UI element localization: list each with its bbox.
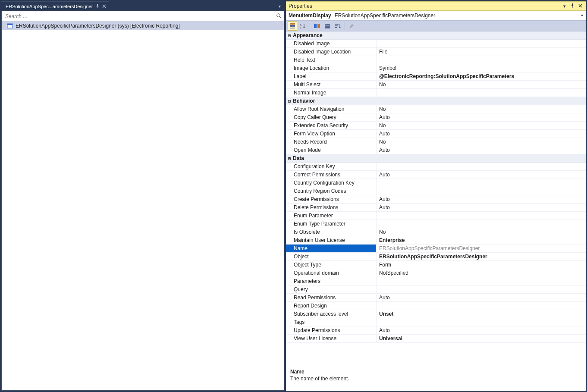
window-dropdown-icon[interactable]: ▾ <box>562 3 568 9</box>
document-tab[interactable]: ERSolutionAppSpec...arametersDesigner <box>1 1 109 11</box>
property-row[interactable]: Enum Type Parameter <box>286 220 586 228</box>
property-row[interactable]: Report Design <box>286 302 586 310</box>
property-name: Object Type <box>286 261 377 269</box>
property-row[interactable]: Multi SelectNo <box>286 81 586 89</box>
property-row[interactable]: Update PermissionsAuto <box>286 326 586 335</box>
property-value[interactable]: No <box>377 81 586 88</box>
wrench-icon[interactable] <box>347 21 357 31</box>
property-row[interactable]: Country Configuration Key <box>286 179 586 187</box>
property-row[interactable]: ObjectERSolutionAppSpecificParametersDes… <box>286 253 586 261</box>
property-row[interactable]: Copy Caller QueryAuto <box>286 113 586 122</box>
property-value[interactable] <box>377 220 586 228</box>
property-name: Disabled Image Location <box>286 48 377 56</box>
property-value[interactable] <box>377 302 586 310</box>
property-value[interactable] <box>377 318 586 326</box>
property-value[interactable] <box>377 179 586 187</box>
property-value[interactable]: No <box>377 138 586 146</box>
property-row[interactable]: Correct PermissionsAuto <box>286 171 586 179</box>
property-value[interactable]: Auto <box>377 130 586 138</box>
property-row[interactable]: Operational domainNotSpecified <box>286 269 586 277</box>
property-value[interactable]: ERSolutionAppSpecificParametersDesigner <box>377 253 586 260</box>
property-value[interactable]: File <box>377 48 586 56</box>
property-row[interactable]: Enum Parameter <box>286 212 586 220</box>
close-icon[interactable] <box>102 4 106 9</box>
property-value[interactable]: No <box>377 105 586 113</box>
property-category[interactable]: ⊟Behavior <box>286 97 586 105</box>
property-value[interactable]: ERSolutionAppSpecificParametersDesigner <box>377 245 586 252</box>
property-row[interactable]: Country Region Codes <box>286 187 586 195</box>
property-row[interactable]: Normal Image <box>286 89 586 97</box>
property-row[interactable]: Image LocationSymbol <box>286 64 586 72</box>
property-value[interactable]: Symbol <box>377 64 586 72</box>
property-value[interactable]: Enterprise <box>377 236 586 244</box>
property-row[interactable]: Disabled Image <box>286 40 586 48</box>
property-value[interactable]: Auto <box>377 204 586 211</box>
property-value[interactable]: Form <box>377 261 586 269</box>
pin-icon[interactable] <box>95 4 100 9</box>
property-value[interactable]: Unset <box>377 310 586 318</box>
collapse-icon[interactable]: ⊟ <box>286 99 293 103</box>
search-icon[interactable] <box>273 13 284 20</box>
property-row[interactable]: Tags <box>286 318 586 326</box>
property-row[interactable]: Help Text <box>286 56 586 64</box>
form-tree[interactable]: ERSolutionAppSpecificParametersDesigner … <box>2 22 284 390</box>
property-row[interactable]: Parameters <box>286 277 586 285</box>
events-button[interactable] <box>323 21 332 31</box>
property-row[interactable]: Needs RecordNo <box>286 138 586 146</box>
property-value[interactable] <box>377 187 586 195</box>
property-row[interactable]: Read PermissionsAuto <box>286 294 586 302</box>
collapse-icon[interactable]: ⊟ <box>286 33 293 38</box>
property-row[interactable]: Allow Root NavigationNo <box>286 105 586 113</box>
property-row[interactable]: View User LicenseUniversal <box>286 335 586 343</box>
property-value[interactable]: No <box>377 228 586 236</box>
tab-strip-overflow[interactable]: ▾ <box>279 4 284 9</box>
property-value[interactable]: Auto <box>377 195 586 203</box>
search-input[interactable] <box>2 12 273 21</box>
property-value[interactable]: No <box>377 122 586 129</box>
properties-object-selector[interactable]: MenuItemDisplay ERSolutionAppSpecificPar… <box>286 11 586 20</box>
property-value[interactable]: NotSpecified <box>377 269 586 277</box>
property-value[interactable]: Auto <box>377 146 586 154</box>
property-value[interactable]: Universal <box>377 335 586 342</box>
property-row[interactable]: Label@ElectronicReporting:SolutionAppSpe… <box>286 72 586 81</box>
property-value[interactable] <box>377 56 586 64</box>
property-row[interactable]: NameERSolutionAppSpecificParametersDesig… <box>286 245 586 253</box>
property-value[interactable]: Auto <box>377 326 586 334</box>
autohide-pin-icon[interactable] <box>569 3 575 9</box>
property-value[interactable]: Auto <box>377 171 586 179</box>
property-row[interactable]: Query <box>286 285 586 294</box>
property-row[interactable]: Extended Data SecurityNo <box>286 122 586 130</box>
property-row[interactable]: Form View OptionAuto <box>286 130 586 138</box>
property-value[interactable]: Auto <box>377 113 586 121</box>
property-row[interactable]: Subscriber access levelUnset <box>286 310 586 318</box>
property-value[interactable] <box>377 89 586 97</box>
collapse-icon[interactable]: ⊟ <box>286 156 293 161</box>
properties-grid[interactable]: ⊟AppearanceDisabled ImageDisabled Image … <box>286 31 586 366</box>
property-value[interactable] <box>377 285 586 293</box>
property-row[interactable]: Configuration Key <box>286 163 586 171</box>
property-row[interactable]: Maintain User LicenseEnterprise <box>286 236 586 245</box>
property-value[interactable]: @ElectronicReporting:SolutionAppSpecific… <box>377 72 586 80</box>
property-category[interactable]: ⊟Data <box>286 154 586 163</box>
property-row[interactable]: Object TypeForm <box>286 261 586 269</box>
property-row[interactable]: Open ModeAuto <box>286 146 586 154</box>
property-value[interactable] <box>377 212 586 220</box>
property-value[interactable] <box>377 40 586 47</box>
svg-rect-12 <box>325 25 330 27</box>
sort-button[interactable] <box>333 21 342 31</box>
extensions-button[interactable] <box>312 21 322 31</box>
close-panel-icon[interactable] <box>577 3 583 9</box>
svg-rect-11 <box>325 24 330 25</box>
property-category[interactable]: ⊟Appearance <box>286 31 586 40</box>
property-value[interactable] <box>377 163 586 170</box>
property-row[interactable]: Is ObsoleteNo <box>286 228 586 236</box>
property-value[interactable]: Auto <box>377 294 586 301</box>
property-row[interactable]: Delete PermissionsAuto <box>286 204 586 212</box>
property-row[interactable]: Create PermissionsAuto <box>286 195 586 204</box>
alphabetical-button[interactable]: AZ <box>298 21 308 31</box>
tree-row[interactable]: ERSolutionAppSpecificParametersDesigner … <box>2 22 284 30</box>
property-value[interactable] <box>377 277 586 285</box>
chevron-down-icon[interactable]: ▾ <box>581 13 583 18</box>
categorized-button[interactable] <box>288 21 297 31</box>
property-row[interactable]: Disabled Image LocationFile <box>286 48 586 56</box>
